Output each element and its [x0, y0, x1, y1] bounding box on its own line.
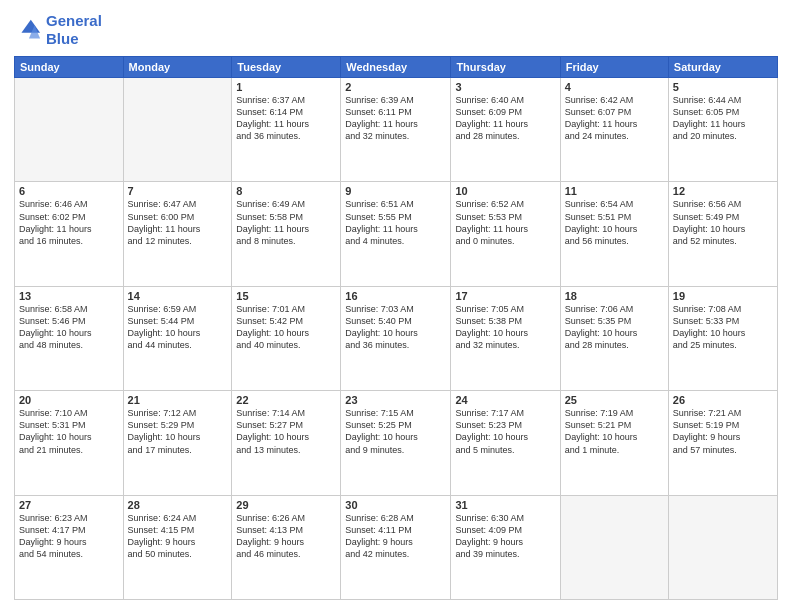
logo: General Blue	[14, 12, 102, 48]
logo-text: General Blue	[46, 12, 102, 48]
day-number: 24	[455, 394, 555, 406]
day-number: 21	[128, 394, 228, 406]
cell-details: Sunrise: 6:51 AM Sunset: 5:55 PM Dayligh…	[345, 198, 446, 247]
day-number: 5	[673, 81, 773, 93]
weekday-header-saturday: Saturday	[668, 57, 777, 78]
day-number: 2	[345, 81, 446, 93]
day-number: 12	[673, 185, 773, 197]
calendar-cell: 31Sunrise: 6:30 AM Sunset: 4:09 PM Dayli…	[451, 495, 560, 599]
calendar-cell: 25Sunrise: 7:19 AM Sunset: 5:21 PM Dayli…	[560, 391, 668, 495]
week-row-2: 6Sunrise: 6:46 AM Sunset: 6:02 PM Daylig…	[15, 182, 778, 286]
calendar-cell: 8Sunrise: 6:49 AM Sunset: 5:58 PM Daylig…	[232, 182, 341, 286]
day-number: 18	[565, 290, 664, 302]
calendar-cell: 20Sunrise: 7:10 AM Sunset: 5:31 PM Dayli…	[15, 391, 124, 495]
calendar-cell: 29Sunrise: 6:26 AM Sunset: 4:13 PM Dayli…	[232, 495, 341, 599]
day-number: 22	[236, 394, 336, 406]
day-number: 3	[455, 81, 555, 93]
day-number: 31	[455, 499, 555, 511]
cell-details: Sunrise: 7:01 AM Sunset: 5:42 PM Dayligh…	[236, 303, 336, 352]
weekday-header-row: SundayMondayTuesdayWednesdayThursdayFrid…	[15, 57, 778, 78]
calendar-cell: 26Sunrise: 7:21 AM Sunset: 5:19 PM Dayli…	[668, 391, 777, 495]
cell-details: Sunrise: 6:44 AM Sunset: 6:05 PM Dayligh…	[673, 94, 773, 143]
cell-details: Sunrise: 7:06 AM Sunset: 5:35 PM Dayligh…	[565, 303, 664, 352]
calendar-cell: 14Sunrise: 6:59 AM Sunset: 5:44 PM Dayli…	[123, 286, 232, 390]
week-row-3: 13Sunrise: 6:58 AM Sunset: 5:46 PM Dayli…	[15, 286, 778, 390]
cell-details: Sunrise: 6:58 AM Sunset: 5:46 PM Dayligh…	[19, 303, 119, 352]
day-number: 27	[19, 499, 119, 511]
cell-details: Sunrise: 7:14 AM Sunset: 5:27 PM Dayligh…	[236, 407, 336, 456]
weekday-header-monday: Monday	[123, 57, 232, 78]
week-row-4: 20Sunrise: 7:10 AM Sunset: 5:31 PM Dayli…	[15, 391, 778, 495]
header: General Blue	[14, 12, 778, 48]
cell-details: Sunrise: 7:12 AM Sunset: 5:29 PM Dayligh…	[128, 407, 228, 456]
calendar-cell	[15, 78, 124, 182]
calendar-cell: 7Sunrise: 6:47 AM Sunset: 6:00 PM Daylig…	[123, 182, 232, 286]
day-number: 8	[236, 185, 336, 197]
calendar-cell: 1Sunrise: 6:37 AM Sunset: 6:14 PM Daylig…	[232, 78, 341, 182]
day-number: 7	[128, 185, 228, 197]
cell-details: Sunrise: 7:15 AM Sunset: 5:25 PM Dayligh…	[345, 407, 446, 456]
cell-details: Sunrise: 6:26 AM Sunset: 4:13 PM Dayligh…	[236, 512, 336, 561]
calendar-cell: 12Sunrise: 6:56 AM Sunset: 5:49 PM Dayli…	[668, 182, 777, 286]
calendar-cell: 5Sunrise: 6:44 AM Sunset: 6:05 PM Daylig…	[668, 78, 777, 182]
cell-details: Sunrise: 7:03 AM Sunset: 5:40 PM Dayligh…	[345, 303, 446, 352]
logo-icon	[14, 16, 42, 44]
calendar-cell: 28Sunrise: 6:24 AM Sunset: 4:15 PM Dayli…	[123, 495, 232, 599]
calendar-cell: 21Sunrise: 7:12 AM Sunset: 5:29 PM Dayli…	[123, 391, 232, 495]
day-number: 6	[19, 185, 119, 197]
cell-details: Sunrise: 6:49 AM Sunset: 5:58 PM Dayligh…	[236, 198, 336, 247]
cell-details: Sunrise: 7:21 AM Sunset: 5:19 PM Dayligh…	[673, 407, 773, 456]
day-number: 4	[565, 81, 664, 93]
page: General Blue SundayMondayTuesdayWednesda…	[0, 0, 792, 612]
day-number: 13	[19, 290, 119, 302]
cell-details: Sunrise: 6:42 AM Sunset: 6:07 PM Dayligh…	[565, 94, 664, 143]
weekday-header-wednesday: Wednesday	[341, 57, 451, 78]
cell-details: Sunrise: 6:40 AM Sunset: 6:09 PM Dayligh…	[455, 94, 555, 143]
calendar-cell	[123, 78, 232, 182]
calendar-cell: 13Sunrise: 6:58 AM Sunset: 5:46 PM Dayli…	[15, 286, 124, 390]
day-number: 1	[236, 81, 336, 93]
cell-details: Sunrise: 6:23 AM Sunset: 4:17 PM Dayligh…	[19, 512, 119, 561]
weekday-header-tuesday: Tuesday	[232, 57, 341, 78]
calendar-cell: 11Sunrise: 6:54 AM Sunset: 5:51 PM Dayli…	[560, 182, 668, 286]
cell-details: Sunrise: 7:10 AM Sunset: 5:31 PM Dayligh…	[19, 407, 119, 456]
day-number: 10	[455, 185, 555, 197]
day-number: 30	[345, 499, 446, 511]
calendar-cell: 6Sunrise: 6:46 AM Sunset: 6:02 PM Daylig…	[15, 182, 124, 286]
calendar-cell: 3Sunrise: 6:40 AM Sunset: 6:09 PM Daylig…	[451, 78, 560, 182]
cell-details: Sunrise: 6:54 AM Sunset: 5:51 PM Dayligh…	[565, 198, 664, 247]
cell-details: Sunrise: 6:59 AM Sunset: 5:44 PM Dayligh…	[128, 303, 228, 352]
day-number: 23	[345, 394, 446, 406]
cell-details: Sunrise: 7:19 AM Sunset: 5:21 PM Dayligh…	[565, 407, 664, 456]
calendar-cell: 30Sunrise: 6:28 AM Sunset: 4:11 PM Dayli…	[341, 495, 451, 599]
day-number: 17	[455, 290, 555, 302]
day-number: 9	[345, 185, 446, 197]
week-row-5: 27Sunrise: 6:23 AM Sunset: 4:17 PM Dayli…	[15, 495, 778, 599]
day-number: 25	[565, 394, 664, 406]
calendar-cell: 23Sunrise: 7:15 AM Sunset: 5:25 PM Dayli…	[341, 391, 451, 495]
calendar-cell: 4Sunrise: 6:42 AM Sunset: 6:07 PM Daylig…	[560, 78, 668, 182]
cell-details: Sunrise: 6:52 AM Sunset: 5:53 PM Dayligh…	[455, 198, 555, 247]
cell-details: Sunrise: 7:17 AM Sunset: 5:23 PM Dayligh…	[455, 407, 555, 456]
calendar-cell	[560, 495, 668, 599]
cell-details: Sunrise: 7:08 AM Sunset: 5:33 PM Dayligh…	[673, 303, 773, 352]
weekday-header-sunday: Sunday	[15, 57, 124, 78]
week-row-1: 1Sunrise: 6:37 AM Sunset: 6:14 PM Daylig…	[15, 78, 778, 182]
day-number: 28	[128, 499, 228, 511]
day-number: 29	[236, 499, 336, 511]
calendar-cell: 16Sunrise: 7:03 AM Sunset: 5:40 PM Dayli…	[341, 286, 451, 390]
calendar-cell: 17Sunrise: 7:05 AM Sunset: 5:38 PM Dayli…	[451, 286, 560, 390]
weekday-header-friday: Friday	[560, 57, 668, 78]
cell-details: Sunrise: 6:28 AM Sunset: 4:11 PM Dayligh…	[345, 512, 446, 561]
weekday-header-thursday: Thursday	[451, 57, 560, 78]
calendar-cell	[668, 495, 777, 599]
calendar-cell: 10Sunrise: 6:52 AM Sunset: 5:53 PM Dayli…	[451, 182, 560, 286]
cell-details: Sunrise: 6:47 AM Sunset: 6:00 PM Dayligh…	[128, 198, 228, 247]
day-number: 15	[236, 290, 336, 302]
day-number: 11	[565, 185, 664, 197]
calendar-cell: 19Sunrise: 7:08 AM Sunset: 5:33 PM Dayli…	[668, 286, 777, 390]
day-number: 14	[128, 290, 228, 302]
cell-details: Sunrise: 6:37 AM Sunset: 6:14 PM Dayligh…	[236, 94, 336, 143]
cell-details: Sunrise: 6:46 AM Sunset: 6:02 PM Dayligh…	[19, 198, 119, 247]
cell-details: Sunrise: 6:30 AM Sunset: 4:09 PM Dayligh…	[455, 512, 555, 561]
